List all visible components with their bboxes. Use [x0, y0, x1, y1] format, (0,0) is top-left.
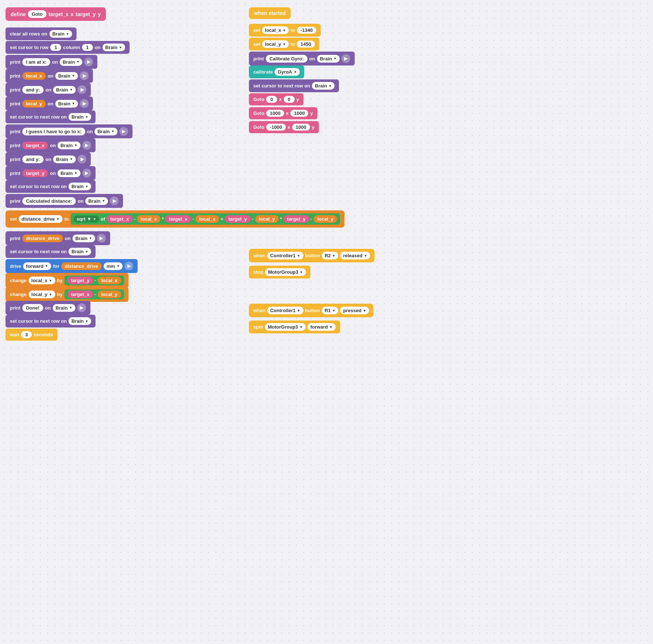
local-x-dropdown[interactable]: local_x: [29, 277, 55, 284]
param2-suffix: y: [98, 11, 101, 17]
set-cursor-next-row-4: set cursor to next row on Brain: [5, 315, 96, 327]
gyroa-dropdown[interactable]: GyroA: [275, 68, 300, 76]
brain-dropdown-7[interactable]: Brain: [68, 113, 91, 121]
change-y-expr: target_x - local_y: [64, 289, 124, 299]
brain-dropdown-13[interactable]: Brain: [85, 197, 108, 205]
forward-dd-spin[interactable]: forward: [307, 323, 336, 331]
goto2-y[interactable]: 1000: [290, 110, 308, 117]
arrow-btn-7[interactable]: ▶: [78, 155, 86, 164]
mm-dropdown[interactable]: mm: [104, 262, 123, 270]
arrow-btn-10[interactable]: ▶: [97, 234, 106, 243]
arrow-btn-1[interactable]: ▶: [84, 57, 93, 66]
define-block: define Goto target_x x target_y y: [5, 7, 106, 21]
motorgroup3-dd-spin[interactable]: MotorGroup3: [265, 323, 306, 331]
brain-dropdown-5[interactable]: Brain: [53, 86, 76, 94]
brain-dropdown-2[interactable]: Brain: [102, 44, 125, 51]
goto1-x[interactable]: 0: [266, 96, 277, 103]
local-y-value[interactable]: 1450: [297, 41, 315, 48]
dist-drive-pill-2: distance_drive: [61, 262, 102, 270]
brain-dropdown-3[interactable]: Brain: [60, 58, 82, 66]
tx1-pill: target_x: [107, 215, 133, 223]
row-num[interactable]: 1: [50, 44, 61, 51]
brain-dropdown-8[interactable]: Brain: [94, 128, 117, 135]
brain-dropdown-15[interactable]: Brain: [68, 248, 91, 255]
set-cursor-next-row-2: set cursor to next row on Brain: [5, 180, 96, 193]
controller1-dd-r2[interactable]: Controller1: [267, 252, 303, 259]
col-num[interactable]: 1: [82, 44, 93, 51]
arrow-btn-12[interactable]: ▶: [77, 303, 86, 312]
local-y-dd-r[interactable]: local_y: [262, 40, 289, 48]
brain-dropdown-6[interactable]: Brain: [55, 100, 78, 108]
local-x-pill: local_x: [22, 72, 46, 80]
brain-dropdown-r1[interactable]: Brain: [317, 55, 340, 63]
brain-dropdown-14[interactable]: Brain: [72, 235, 95, 242]
formula-block: set distance_drive to sqrt ▼ of target_x…: [5, 210, 344, 228]
brain-dropdown-1[interactable]: Brain: [49, 30, 72, 38]
r2-button-dropdown[interactable]: R2: [322, 252, 339, 259]
brain-dropdown-r2[interactable]: Brain: [312, 82, 335, 90]
arrow-btn-2[interactable]: ▶: [80, 71, 89, 80]
dist-drive-pill: distance_drive: [22, 235, 63, 242]
r1-button-dropdown[interactable]: R1: [322, 307, 339, 314]
motorgroup3-dd-stop[interactable]: MotorGroup3: [265, 268, 306, 276]
target-y-pill-1: target_y: [22, 169, 48, 177]
set-cursor-next-row-r1: set cursor to next row on Brain: [249, 79, 339, 92]
when-controller1-r1-pressed-block: when Controller1 button R1 pressed: [249, 304, 373, 317]
goto3-y[interactable]: 1000: [292, 124, 310, 131]
brain-dropdown-9[interactable]: Brain: [57, 142, 80, 149]
arrow-btn-r1[interactable]: ▶: [342, 54, 350, 63]
local-y-dropdown[interactable]: local_y: [29, 291, 55, 298]
ty2-pill: target_y: [283, 215, 309, 223]
brain-dropdown-12[interactable]: Brain: [68, 183, 91, 190]
arrow-btn-3[interactable]: ▶: [78, 85, 86, 94]
local-y-pill: local_y: [22, 100, 46, 108]
local-x-value[interactable]: -1340: [297, 27, 316, 34]
goto2-x[interactable]: 1000: [266, 110, 284, 117]
print-guess-block: print I guess I have to go to x: on Brai…: [5, 124, 133, 138]
param2-label: target_y: [76, 11, 96, 17]
distance-drive-dropdown[interactable]: distance_drive: [19, 215, 63, 223]
guess-pill: I guess I have to go to x:: [22, 128, 85, 135]
and-y-pill-2: and y:: [22, 156, 44, 163]
brain-dropdown-16[interactable]: Brain: [53, 304, 75, 312]
arrow-btn-8[interactable]: ▶: [82, 169, 91, 177]
ly2-pill: local_y: [314, 215, 337, 223]
stop-motorgroup3-block: stop MotorGroup3: [249, 266, 310, 278]
controller1-dd-r1[interactable]: Controller1: [267, 307, 303, 314]
print-calc-dist-block: print Calculated distance: on Brain ▶: [5, 194, 123, 208]
arrow-btn-5[interactable]: ▶: [119, 127, 128, 136]
goto1-y[interactable]: 0: [284, 96, 295, 103]
print-local-x-block: print local_x on Brain ▶: [5, 69, 93, 83]
set-local-y-block: set local_y to 1450: [249, 38, 319, 50]
local-x-dd-r[interactable]: local_x: [262, 26, 289, 34]
and-y-pill-1: and y:: [22, 86, 44, 94]
drive-forward-block: drive forward for distance_drive mm ▶: [5, 259, 138, 273]
ty1-pill: target_y: [225, 215, 251, 223]
brain-dropdown-17[interactable]: Brain: [68, 317, 91, 325]
when-started-label: when started: [254, 10, 286, 16]
when-controller1-r2-released-block: when Controller1 button R2 released: [249, 249, 374, 262]
arrow-btn-4[interactable]: ▶: [80, 99, 89, 108]
arrow-btn-11[interactable]: ▶: [124, 262, 133, 270]
released-dropdown[interactable]: released: [340, 252, 370, 259]
param1-suffix: x: [71, 11, 74, 17]
goto-n1000-1000-block: Goto -1000 x 1000 y: [249, 121, 319, 133]
pressed-dropdown[interactable]: pressed: [340, 307, 369, 314]
define-label: define: [11, 11, 26, 17]
spin-motorgroup3-forward-block: spin MotorGroup3 forward: [249, 321, 340, 333]
target-y-pill-2: target_y: [67, 277, 93, 284]
forward-dropdown[interactable]: forward: [23, 262, 51, 270]
brain-dropdown-10[interactable]: Brain: [53, 156, 76, 163]
brain-dropdown-4[interactable]: Brain: [55, 72, 78, 80]
param1-label: target_x: [49, 11, 68, 17]
print-local-y-block: print local_y on Brain ▶: [5, 97, 93, 111]
print-and-y-2-block: print and y: on Brain ▶: [5, 152, 91, 166]
wait-num[interactable]: 3: [21, 331, 32, 338]
brain-dropdown-11[interactable]: Brain: [57, 169, 80, 177]
arrow-btn-9[interactable]: ▶: [110, 196, 119, 205]
sqrt-dropdown[interactable]: sqrt ▼: [74, 216, 99, 222]
print-done-block: print Done! on Brain ▶: [5, 301, 90, 315]
arrow-btn-6[interactable]: ▶: [82, 141, 91, 150]
target-x-pill-1: target_x: [22, 142, 48, 149]
goto3-x[interactable]: -1000: [266, 124, 286, 131]
